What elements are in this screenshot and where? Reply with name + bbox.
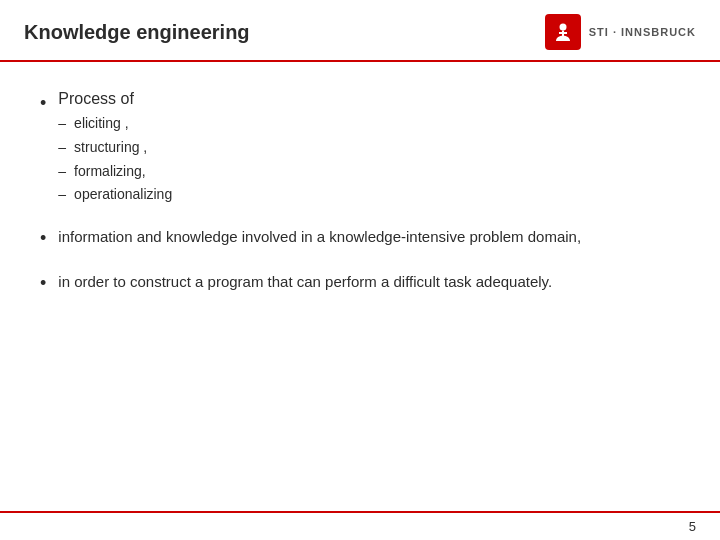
dash-icon-4: –: [58, 183, 66, 207]
sti-logo-svg: [552, 21, 574, 43]
page-number: 5: [689, 519, 696, 534]
dash-icon-2: –: [58, 136, 66, 160]
bullet-item-3: • in order to construct a program that c…: [40, 270, 680, 297]
bullet-3-text: in order to construct a program that can…: [58, 270, 552, 294]
list-item: – eliciting ,: [58, 112, 172, 136]
svg-point-0: [559, 24, 566, 31]
slide: Knowledge engineering STI · INNSBRUCK • …: [0, 0, 720, 540]
process-label: Process of: [58, 90, 172, 108]
sub-item-4-text: operationalizing: [74, 183, 172, 207]
logo-area: STI · INNSBRUCK: [545, 14, 696, 50]
bullet-item-1: • Process of – eliciting , – structuring…: [40, 90, 680, 207]
list-item: – operationalizing: [58, 183, 172, 207]
bullet-dot-3: •: [40, 270, 46, 297]
sub-item-3-text: formalizing,: [74, 160, 146, 184]
sub-item-2-text: structuring ,: [74, 136, 147, 160]
footer: 5: [0, 511, 720, 540]
bullet-1-body: Process of – eliciting , – structuring ,…: [58, 90, 172, 207]
dash-icon-3: –: [58, 160, 66, 184]
bullet-dot-1: •: [40, 90, 46, 117]
logo-text: STI · INNSBRUCK: [589, 26, 696, 38]
header: Knowledge engineering STI · INNSBRUCK: [0, 0, 720, 62]
bullet-dot-2: •: [40, 225, 46, 252]
list-item: – formalizing,: [58, 160, 172, 184]
sub-item-1-text: eliciting ,: [74, 112, 128, 136]
slide-title: Knowledge engineering: [24, 21, 250, 44]
sub-list: – eliciting , – structuring , – formaliz…: [58, 112, 172, 207]
main-content: • Process of – eliciting , – structuring…: [0, 62, 720, 511]
bullet-item-2: • information and knowledge involved in …: [40, 225, 680, 252]
bullet-2-text: information and knowledge involved in a …: [58, 225, 581, 249]
dash-icon-1: –: [58, 112, 66, 136]
logo-icon: [545, 14, 581, 50]
list-item: – structuring ,: [58, 136, 172, 160]
